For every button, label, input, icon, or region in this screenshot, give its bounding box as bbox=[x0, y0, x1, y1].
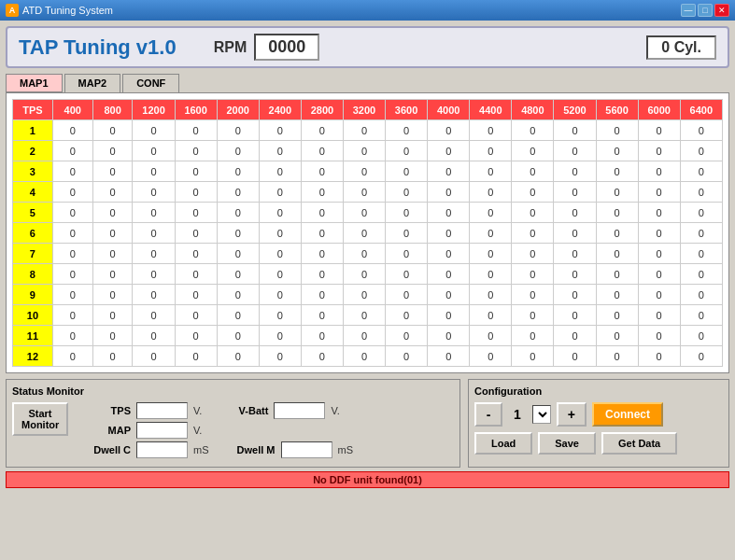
cell-r1-c5[interactable]: 0 bbox=[217, 120, 259, 141]
cell-r7-c9[interactable]: 0 bbox=[386, 244, 428, 264]
cell-r11-c15[interactable]: 0 bbox=[638, 326, 680, 346]
cell-r12-c10[interactable]: 0 bbox=[428, 346, 470, 367]
cell-r10-c16[interactable]: 0 bbox=[680, 305, 722, 326]
cell-r8-c3[interactable]: 0 bbox=[133, 264, 175, 285]
cell-r8-c12[interactable]: 0 bbox=[512, 264, 554, 285]
cell-r12-c7[interactable]: 0 bbox=[301, 346, 343, 367]
cell-r9-c7[interactable]: 0 bbox=[301, 285, 343, 305]
cell-r12-c13[interactable]: 0 bbox=[554, 346, 596, 367]
cell-r1-c11[interactable]: 0 bbox=[470, 120, 512, 141]
tab-map1[interactable]: MAP1 bbox=[6, 74, 63, 92]
cell-r2-c9[interactable]: 0 bbox=[386, 141, 428, 161]
cell-r6-c4[interactable]: 0 bbox=[175, 223, 217, 244]
cell-r8-c7[interactable]: 0 bbox=[301, 264, 343, 285]
cell-r1-c3[interactable]: 0 bbox=[133, 120, 175, 141]
cell-r3-c11[interactable]: 0 bbox=[470, 161, 512, 182]
cell-r1-c16[interactable]: 0 bbox=[680, 120, 722, 141]
dwellc-input[interactable] bbox=[136, 441, 188, 458]
cell-r11-c8[interactable]: 0 bbox=[343, 326, 385, 346]
cell-r7-c7[interactable]: 0 bbox=[301, 244, 343, 264]
cell-r8-c13[interactable]: 0 bbox=[554, 264, 596, 285]
cell-r2-c8[interactable]: 0 bbox=[343, 141, 385, 161]
cell-r9-c2[interactable]: 0 bbox=[92, 285, 133, 305]
cell-r2-c13[interactable]: 0 bbox=[554, 141, 596, 161]
cell-r12-c3[interactable]: 0 bbox=[133, 346, 175, 367]
cell-r5-c15[interactable]: 0 bbox=[638, 203, 680, 223]
plus-button[interactable]: + bbox=[557, 402, 587, 427]
cell-r10-c8[interactable]: 0 bbox=[343, 305, 385, 326]
cell-r10-c7[interactable]: 0 bbox=[301, 305, 343, 326]
cell-r9-c1[interactable]: 0 bbox=[52, 285, 92, 305]
cell-r11-c5[interactable]: 0 bbox=[217, 326, 259, 346]
cell-r4-c12[interactable]: 0 bbox=[512, 182, 554, 203]
cell-r4-c16[interactable]: 0 bbox=[680, 182, 722, 203]
cell-r7-c8[interactable]: 0 bbox=[343, 244, 385, 264]
cell-r3-c3[interactable]: 0 bbox=[133, 161, 175, 182]
cell-r4-c5[interactable]: 0 bbox=[217, 182, 259, 203]
cell-r10-c15[interactable]: 0 bbox=[638, 305, 680, 326]
cell-r3-c10[interactable]: 0 bbox=[428, 161, 470, 182]
cell-r4-c4[interactable]: 0 bbox=[175, 182, 217, 203]
cell-r9-c4[interactable]: 0 bbox=[175, 285, 217, 305]
cell-r8-c11[interactable]: 0 bbox=[470, 264, 512, 285]
cell-r10-c6[interactable]: 0 bbox=[259, 305, 301, 326]
cell-r11-c14[interactable]: 0 bbox=[596, 326, 638, 346]
cell-r3-c8[interactable]: 0 bbox=[343, 161, 385, 182]
cell-r7-c11[interactable]: 0 bbox=[470, 244, 512, 264]
cell-r8-c14[interactable]: 0 bbox=[596, 264, 638, 285]
cell-r5-c4[interactable]: 0 bbox=[175, 203, 217, 223]
cell-r11-c12[interactable]: 0 bbox=[512, 326, 554, 346]
cell-r12-c14[interactable]: 0 bbox=[596, 346, 638, 367]
cell-r5-c12[interactable]: 0 bbox=[512, 203, 554, 223]
cell-r3-c15[interactable]: 0 bbox=[638, 161, 680, 182]
cell-r5-c7[interactable]: 0 bbox=[301, 203, 343, 223]
cell-r11-c4[interactable]: 0 bbox=[175, 326, 217, 346]
cell-r6-c2[interactable]: 0 bbox=[92, 223, 133, 244]
cell-r2-c5[interactable]: 0 bbox=[217, 141, 259, 161]
cell-r6-c6[interactable]: 0 bbox=[259, 223, 301, 244]
cell-r5-c5[interactable]: 0 bbox=[217, 203, 259, 223]
cell-r10-c14[interactable]: 0 bbox=[596, 305, 638, 326]
cell-r10-c1[interactable]: 0 bbox=[52, 305, 92, 326]
cell-r12-c6[interactable]: 0 bbox=[259, 346, 301, 367]
cell-r1-c6[interactable]: 0 bbox=[259, 120, 301, 141]
cell-r4-c6[interactable]: 0 bbox=[259, 182, 301, 203]
start-monitor-button[interactable]: StartMonitor bbox=[12, 402, 68, 436]
maximize-button[interactable]: □ bbox=[698, 4, 713, 17]
cell-r10-c3[interactable]: 0 bbox=[133, 305, 175, 326]
cell-r10-c9[interactable]: 0 bbox=[386, 305, 428, 326]
cell-r12-c16[interactable]: 0 bbox=[680, 346, 722, 367]
config-dropdown[interactable]: ▼ bbox=[532, 405, 551, 424]
cell-r10-c13[interactable]: 0 bbox=[554, 305, 596, 326]
cell-r6-c12[interactable]: 0 bbox=[512, 223, 554, 244]
cell-r10-c12[interactable]: 0 bbox=[512, 305, 554, 326]
cell-r1-c4[interactable]: 0 bbox=[175, 120, 217, 141]
cell-r3-c12[interactable]: 0 bbox=[512, 161, 554, 182]
cell-r3-c6[interactable]: 0 bbox=[259, 161, 301, 182]
cell-r8-c16[interactable]: 0 bbox=[680, 264, 722, 285]
cell-r3-c2[interactable]: 0 bbox=[92, 161, 133, 182]
cell-r5-c9[interactable]: 0 bbox=[386, 203, 428, 223]
cell-r2-c12[interactable]: 0 bbox=[512, 141, 554, 161]
dwellm-input[interactable] bbox=[281, 441, 332, 458]
cell-r6-c8[interactable]: 0 bbox=[343, 223, 385, 244]
cell-r9-c6[interactable]: 0 bbox=[259, 285, 301, 305]
vbatt-input[interactable] bbox=[274, 402, 325, 419]
cell-r8-c5[interactable]: 0 bbox=[217, 264, 259, 285]
cell-r5-c13[interactable]: 0 bbox=[554, 203, 596, 223]
cell-r6-c14[interactable]: 0 bbox=[596, 223, 638, 244]
cell-r9-c10[interactable]: 0 bbox=[428, 285, 470, 305]
cell-r9-c14[interactable]: 0 bbox=[596, 285, 638, 305]
cell-r7-c6[interactable]: 0 bbox=[259, 244, 301, 264]
cell-r3-c16[interactable]: 0 bbox=[680, 161, 722, 182]
cell-r9-c13[interactable]: 0 bbox=[554, 285, 596, 305]
cell-r5-c6[interactable]: 0 bbox=[259, 203, 301, 223]
tab-map2[interactable]: MAP2 bbox=[64, 74, 121, 92]
cell-r7-c5[interactable]: 0 bbox=[217, 244, 259, 264]
cell-r2-c15[interactable]: 0 bbox=[638, 141, 680, 161]
cell-r8-c6[interactable]: 0 bbox=[259, 264, 301, 285]
cell-r1-c1[interactable]: 0 bbox=[52, 120, 92, 141]
cell-r3-c7[interactable]: 0 bbox=[301, 161, 343, 182]
save-button[interactable]: Save bbox=[538, 432, 596, 455]
cell-r8-c1[interactable]: 0 bbox=[52, 264, 92, 285]
